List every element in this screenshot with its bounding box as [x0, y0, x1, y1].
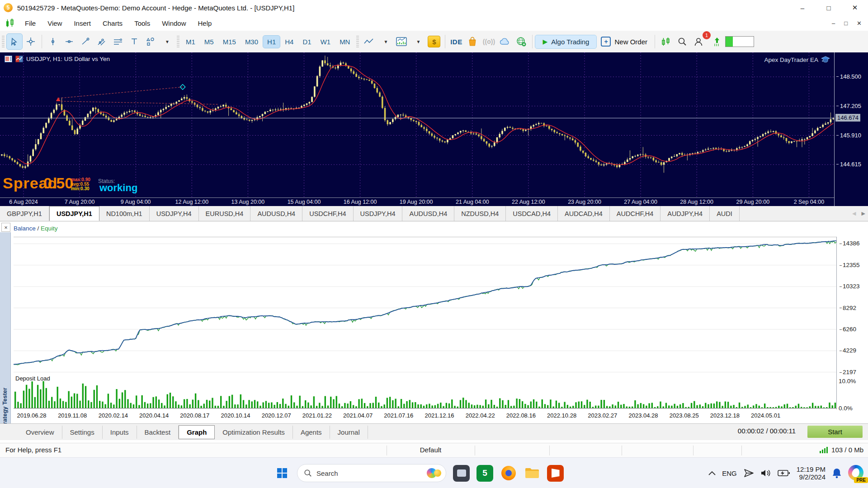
crosshair-tool-button[interactable]: [23, 34, 38, 49]
menu-file[interactable]: File: [19, 18, 42, 29]
metatrader5-app-icon[interactable]: 5: [476, 465, 493, 482]
indicator-list-button[interactable]: [361, 34, 377, 49]
chart-tab-audi[interactable]: AUDI: [710, 206, 740, 221]
indicator-window-dropdown-button[interactable]: ▼: [410, 34, 425, 49]
tray-expand-icon[interactable]: [708, 471, 716, 475]
chart-tab-usdjpy-h4[interactable]: USDJPY,H4: [354, 206, 403, 221]
chart-tab-usdchf-h4[interactable]: USDCHF,H4: [302, 206, 353, 221]
minimize-button[interactable]: –: [789, 0, 816, 15]
toolbar-grip[interactable]: [2, 36, 5, 47]
timeframe-h1[interactable]: H1: [263, 36, 280, 48]
timeframe-m5[interactable]: M5: [200, 36, 218, 48]
chart-tab-usdjpy-h4[interactable]: USDJPY,H4: [150, 206, 199, 221]
profile-name[interactable]: Default: [387, 446, 475, 454]
channel-tool-button[interactable]: [94, 34, 109, 49]
timeframe-m15[interactable]: M15: [219, 36, 240, 48]
menu-window[interactable]: Window: [156, 18, 192, 29]
shapes-dropdown-button[interactable]: ▼: [159, 34, 175, 49]
tester-tab-settings[interactable]: Settings: [62, 426, 103, 439]
chart-tab-nzdusd-h4[interactable]: NZDUSD,H4: [454, 206, 506, 221]
tester-tab-agents[interactable]: Agents: [293, 426, 330, 439]
horizontal-line-tool-button[interactable]: [61, 34, 77, 49]
clock[interactable]: 12:19 PM 9/2/2024: [797, 465, 826, 481]
menu-insert[interactable]: Insert: [68, 18, 97, 29]
scroll-right-icon[interactable]: ▶: [862, 211, 865, 216]
taskbar-search[interactable]: Search: [297, 464, 446, 482]
ide-button[interactable]: IDE: [448, 34, 464, 49]
start-button[interactable]: [274, 465, 290, 482]
timeframe-m30[interactable]: M30: [241, 36, 262, 48]
menu-view[interactable]: View: [42, 18, 68, 29]
tester-tab-backtest[interactable]: Backtest: [137, 426, 179, 439]
file-explorer-app-icon[interactable]: [524, 465, 540, 482]
office-app-icon[interactable]: [547, 465, 564, 482]
tester-tab-journal[interactable]: Journal: [330, 426, 368, 439]
tester-tab-inputs[interactable]: Inputs: [103, 426, 137, 439]
community-button[interactable]: [514, 34, 529, 49]
tester-tab-optimization-results[interactable]: Optimization Results: [215, 426, 293, 439]
search-button[interactable]: [675, 34, 690, 49]
chart-tab-audusd-h4[interactable]: AUDUSD,H4: [250, 206, 302, 221]
chart-mode-button[interactable]: [658, 34, 674, 49]
chart-tab-audchf-h4[interactable]: AUDCHF,H4: [610, 206, 660, 221]
chart-minimize-button[interactable]: –: [832, 20, 835, 27]
chart-tab-audjpy-h4[interactable]: AUDJPY,H4: [660, 206, 710, 221]
chart-restore-button[interactable]: □: [844, 20, 848, 27]
app-icon: 5: [4, 3, 13, 12]
equidistant-channel-tool-button[interactable]: [110, 34, 126, 49]
chart-tab-usdcad-h4[interactable]: USDCAD,H4: [506, 206, 558, 221]
timeframe-mn[interactable]: MN: [335, 36, 354, 48]
deposit-load-chart[interactable]: [14, 380, 836, 408]
notifications-button[interactable]: 1: [691, 34, 706, 49]
cursor-tool-button[interactable]: [7, 34, 22, 49]
menu-tools[interactable]: Tools: [128, 18, 156, 29]
market-button[interactable]: [465, 34, 480, 49]
copilot-icon[interactable]: PRE: [848, 465, 864, 481]
chart-tab-audusd-h4[interactable]: AUDUSD,H4: [402, 206, 454, 221]
start-button[interactable]: Start: [807, 426, 863, 438]
indicator-dropdown-button[interactable]: ▼: [377, 34, 393, 49]
language-indicator[interactable]: ENG: [722, 469, 737, 477]
algo-trading-button[interactable]: ▶ Algo Trading: [535, 35, 596, 48]
battery-icon[interactable]: [778, 469, 790, 477]
chart-close-button[interactable]: ✕: [857, 20, 862, 27]
connection-status[interactable]: 103 / 0 Mb: [820, 446, 863, 454]
shapes-tool-button[interactable]: [143, 34, 158, 49]
firefox-app-icon[interactable]: [500, 465, 517, 482]
chart-region[interactable]: USDJPY, H1: US Dollar vs Yen Apex DayTra…: [0, 52, 868, 206]
price-axis[interactable]: 148.500147.205145.910144.615146.674: [834, 52, 868, 206]
timeframe-m1[interactable]: M1: [182, 36, 199, 48]
candlestick-chart[interactable]: [0, 52, 834, 197]
trendline-tool-button[interactable]: [78, 34, 93, 49]
tester-close-button[interactable]: ×: [1, 223, 10, 232]
tester-tab-overview[interactable]: Overview: [18, 426, 62, 439]
chart-tab-eurusd-h4[interactable]: EURUSD,H4: [199, 206, 251, 221]
scroll-left-icon[interactable]: ◀: [852, 211, 856, 216]
balance-equity-graph[interactable]: [14, 237, 836, 372]
levels-button[interactable]: [709, 34, 725, 49]
new-order-button[interactable]: + New Order: [596, 34, 652, 49]
task-view-app-icon[interactable]: [453, 465, 470, 482]
menu-help[interactable]: Help: [192, 18, 218, 29]
text-tool-button[interactable]: [127, 34, 142, 49]
indicator-window-button[interactable]: [394, 34, 409, 49]
timeframe-h4[interactable]: H4: [281, 36, 297, 48]
signals-button[interactable]: ((o)): [481, 34, 496, 49]
airplane-icon[interactable]: [743, 468, 754, 478]
deposit-button[interactable]: $: [426, 34, 442, 49]
timeframe-w1[interactable]: W1: [316, 36, 335, 48]
chart-tab-gbpjpy-h1[interactable]: GBPJPY,H1: [0, 206, 49, 221]
timeframe-d1[interactable]: D1: [298, 36, 315, 48]
menu-charts[interactable]: Charts: [97, 18, 128, 29]
chart-tab-nd100m-h1[interactable]: ND100m,H1: [99, 206, 150, 221]
vertical-line-tool-button[interactable]: [45, 34, 61, 49]
chart-date-axis[interactable]: 6 Aug 20247 Aug 20:009 Aug 04:0012 Aug 1…: [0, 197, 834, 206]
speaker-icon[interactable]: [760, 469, 771, 478]
notification-bell-icon[interactable]: [832, 468, 842, 479]
chart-tab-usdjpy-h1[interactable]: USDJPY,H1: [49, 206, 99, 221]
tester-tab-graph[interactable]: Graph: [179, 425, 215, 439]
restore-button[interactable]: □: [816, 0, 842, 15]
close-button[interactable]: ✕: [842, 0, 868, 15]
chart-tab-audcad-h4[interactable]: AUDCAD,H4: [558, 206, 610, 221]
cloud-button[interactable]: [497, 34, 513, 49]
